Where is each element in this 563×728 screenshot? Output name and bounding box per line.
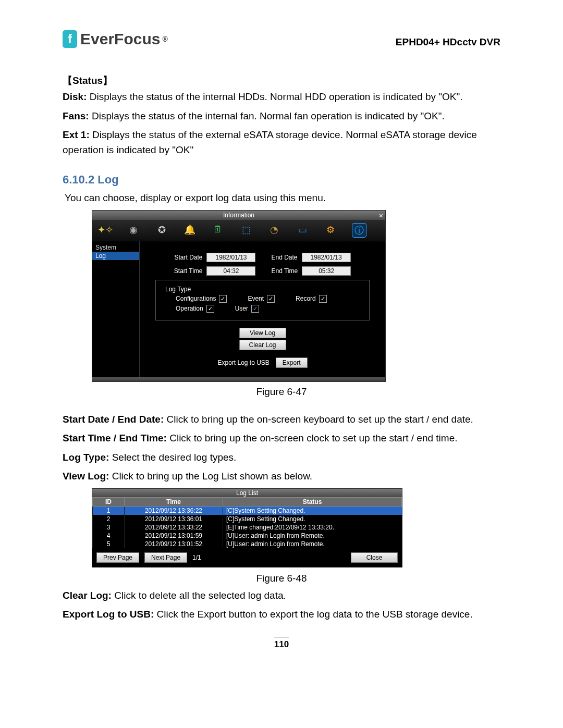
page-header: f EverFocus ® EPHD04+ HDcctv DVR — [63, 30, 500, 48]
checkbox-operation[interactable]: Operation✓ — [176, 305, 214, 313]
trademark-symbol: ® — [162, 35, 167, 43]
table-row[interactable]: 22012/09/12 13:36:01[C]System Setting Ch… — [93, 515, 402, 523]
checkbox-configurations[interactable]: Configurations✓ — [176, 295, 227, 303]
info-icon[interactable]: ⓘ — [352, 223, 366, 238]
product-title: EPHD04+ HDcctv DVR — [396, 36, 500, 48]
clear-log-button[interactable]: Clear Log — [239, 340, 286, 350]
start-time-field[interactable]: 04:32 — [206, 266, 255, 276]
loglist-table: ID Time Status 12012/09/12 13:36:22[C]Sy… — [92, 497, 402, 548]
reel-icon[interactable]: ✪ — [155, 223, 168, 237]
status-ext1-line: Ext 1: Displays the status of the extern… — [63, 128, 500, 157]
page-indicator: 1/1 — [192, 554, 201, 561]
export-button[interactable]: Export — [276, 357, 308, 368]
col-time: Time — [125, 497, 223, 506]
col-status: Status — [223, 497, 402, 506]
checkbox-user[interactable]: User✓ — [235, 305, 259, 313]
status-heading: 【Status】 — [63, 74, 500, 88]
desc-clear-log: Clear Log: Click to delete all the selec… — [63, 588, 500, 603]
table-row[interactable]: 32012/09/12 13:33:22[E]Time changed:2012… — [93, 523, 402, 532]
settings-icon[interactable]: ⚙ — [324, 223, 337, 237]
dvr-window-title: Information × — [92, 211, 385, 220]
figure-6-47: Information × ✦✧ ◉ ✪ 🔔 🗓 ⬚ ◔ ▭ ⚙ ⓘ Syste… — [92, 210, 500, 382]
disk-icon[interactable]: ◔ — [267, 223, 281, 237]
brand-name: EverFocus — [80, 30, 160, 48]
export-log-label: Export Log to USB — [217, 359, 269, 366]
dvr-sidebar: System Log — [92, 241, 140, 377]
close-icon[interactable]: × — [379, 211, 383, 220]
checkbox-record[interactable]: Record✓ — [296, 295, 327, 303]
dvr-info-window: Information × ✦✧ ◉ ✪ 🔔 🗓 ⬚ ◔ ▭ ⚙ ⓘ Syste… — [92, 210, 386, 382]
log-type-fieldset: Log Type Configurations✓ Event✓ Record✓ … — [155, 280, 370, 320]
bell-icon[interactable]: 🔔 — [183, 223, 197, 237]
figure-6-48-caption: Figure 6-48 — [63, 573, 500, 584]
table-row[interactable]: 52012/09/12 13:01:52[U]User: admin Login… — [93, 540, 402, 548]
desc-view-log: View Log: Click to bring up the Log List… — [63, 469, 500, 484]
col-id: ID — [93, 497, 125, 506]
end-time-label: End Time — [271, 267, 298, 275]
start-time-label: Start Time — [174, 267, 203, 275]
desc-start-date: Start Date / End Date: Click to bring up… — [63, 412, 500, 427]
prev-page-button[interactable]: Prev Page — [96, 552, 139, 563]
desc-start-time: Start Time / End Time: Click to bring up… — [63, 431, 500, 446]
start-date-field[interactable]: 1982/01/13 — [206, 253, 255, 262]
schedule-icon[interactable]: 🗓 — [211, 223, 225, 237]
sidebar-item-system[interactable]: System — [92, 243, 139, 252]
end-date-field[interactable]: 1982/01/13 — [302, 253, 351, 262]
start-date-label: Start Date — [174, 254, 202, 261]
figure-6-47-caption: Figure 6-47 — [63, 386, 500, 398]
next-page-button[interactable]: Next Page — [144, 552, 187, 563]
sidebar-item-log[interactable]: Log — [92, 252, 139, 260]
status-disk-line: Disk: Displays the status of the interna… — [63, 90, 500, 105]
table-row[interactable]: 42012/09/12 13:01:59[U]User: admin Login… — [93, 532, 402, 540]
table-row[interactable]: 12012/09/12 13:36:22[C]System Setting Ch… — [93, 506, 402, 515]
view-log-button[interactable]: View Log — [239, 328, 286, 338]
log-subsection-heading: 6.10.2 Log — [63, 173, 500, 187]
display-icon[interactable]: ▭ — [296, 223, 309, 237]
brand-mark-icon: f — [63, 30, 77, 48]
end-time-field[interactable]: 05:32 — [302, 266, 351, 276]
figure-6-48: Log List ID Time Status 12012/09/12 13:3… — [92, 488, 402, 567]
end-date-label: End Date — [271, 254, 297, 261]
loglist-title: Log List — [92, 489, 402, 497]
camera-icon[interactable]: ◉ — [127, 223, 140, 237]
desc-log-type: Log Type: Select the desired log types. — [63, 450, 500, 465]
brand-logo: f EverFocus ® — [63, 30, 168, 48]
desc-export-log: Export Log to USB: Click the Export butt… — [63, 607, 500, 622]
log-intro: You can choose, display or export log da… — [65, 191, 500, 206]
checkbox-event[interactable]: Event✓ — [248, 295, 275, 303]
network-icon[interactable]: ⬚ — [239, 223, 253, 237]
page-number: 110 — [63, 637, 500, 650]
dvr-toolbar: ✦✧ ◉ ✪ 🔔 🗓 ⬚ ◔ ▭ ⚙ ⓘ — [92, 220, 385, 241]
status-fans-line: Fans: Displays the status of the interna… — [63, 109, 500, 124]
log-type-legend: Log Type — [163, 286, 193, 293]
close-button[interactable]: Close — [351, 552, 398, 563]
wand-icon[interactable]: ✦✧ — [99, 223, 112, 237]
